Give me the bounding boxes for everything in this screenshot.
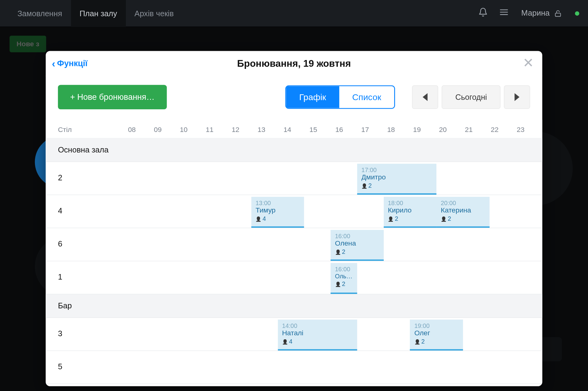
modal-toolbar: + Нове бронювання… Графік Список Сьогодн…	[46, 76, 542, 120]
reservation-guests: 2	[414, 338, 458, 345]
reservation-time: 17:00	[361, 166, 432, 173]
reservation-lane	[119, 351, 542, 384]
new-reservation-button[interactable]: + Нове бронювання…	[58, 85, 167, 109]
svg-rect-3	[555, 13, 560, 16]
reservation-guests: 4	[282, 338, 353, 345]
reservation-card[interactable]: 16:00Олена2	[330, 230, 383, 261]
table-label: 2	[46, 162, 119, 195]
current-user[interactable]: Марина	[521, 9, 562, 18]
reservation-name: Тимур	[255, 206, 300, 214]
close-icon[interactable]: ✕	[521, 55, 536, 71]
reservation-lane: 13:00Тимур418:00Кирило220:00Катерина2	[119, 195, 542, 228]
reservation-card[interactable]: 13:00Тимур4	[251, 197, 304, 228]
hour-header: 18	[378, 126, 404, 134]
table-row: 616:00Олена2	[46, 228, 542, 261]
hour-header: 11	[197, 126, 223, 134]
next-day-button[interactable]	[504, 85, 530, 109]
hour-header: 08	[119, 126, 145, 134]
reservation-card[interactable]: 18:00Кирило2	[383, 197, 436, 228]
time-header-row: Стіл 08091011121314151617181920212223	[46, 120, 542, 138]
reservation-guests: 2	[388, 215, 432, 222]
prev-day-button[interactable]	[412, 85, 438, 109]
reservation-time: 16:00	[335, 232, 379, 239]
zone-header: Бар	[46, 294, 542, 318]
reservation-time: 13:00	[255, 199, 300, 206]
menu-icon[interactable]	[493, 7, 514, 19]
lock-open-icon	[554, 9, 562, 17]
back-button[interactable]: ‹ Функції	[52, 58, 88, 69]
modal-title: Бронювання, 19 жовтня	[46, 58, 542, 69]
topbar-tab[interactable]: Замовлення	[9, 0, 71, 27]
hour-header: 10	[171, 126, 197, 134]
table-row: 5	[46, 351, 542, 384]
table-row: 217:00Дмитро2	[46, 162, 542, 195]
bell-icon[interactable]	[473, 7, 493, 19]
reservation-time: 18:00	[388, 199, 432, 206]
reservation-name: Оль…	[335, 273, 353, 280]
reservation-guests: 2	[361, 182, 432, 189]
reservation-name: Кирило	[388, 206, 432, 214]
table-row: 116:00Оль…2	[46, 261, 542, 294]
reservation-guests: 4	[255, 215, 300, 222]
reservation-card[interactable]: 19:00Олег2	[410, 320, 463, 351]
reservation-card[interactable]: 14:00Наталі4	[278, 320, 357, 351]
table-label: 4	[46, 195, 119, 228]
svg-marker-4	[423, 93, 428, 101]
table-label: 3	[46, 318, 119, 351]
reservation-time: 19:00	[414, 322, 458, 329]
hour-header: 19	[404, 126, 430, 134]
reservation-lane: 17:00Дмитро2	[119, 162, 542, 195]
reservation-name: Катерина	[441, 206, 485, 214]
hour-header: 23	[508, 126, 534, 134]
zone-header: Основна зала	[46, 138, 542, 162]
hour-header: 14	[274, 126, 300, 134]
table-row: 314:00Наталі419:00Олег2	[46, 318, 542, 351]
segment-graph[interactable]: Графік	[286, 86, 339, 108]
hour-header: 09	[145, 126, 171, 134]
modal-overlay: ‹ Функції Бронювання, 19 жовтня ✕ + Нове…	[0, 27, 588, 391]
reservation-grid: Основна зала217:00Дмитро2413:00Тимур418:…	[46, 138, 542, 386]
app-topbar: ЗамовленняПлан залуАрхів чеків Марина	[0, 0, 588, 27]
connection-status-dot	[575, 11, 579, 15]
reservation-name: Наталі	[282, 329, 353, 337]
date-navigator: Сьогодні	[412, 85, 530, 109]
hour-header: 21	[456, 126, 482, 134]
reservation-time: 16:00	[335, 265, 353, 273]
reservation-name: Олег	[414, 329, 458, 337]
reservation-name: Дмитро	[361, 173, 432, 181]
hour-header: 16	[326, 126, 352, 134]
reservation-lane: 14:00Наталі419:00Олег2	[119, 318, 542, 351]
table-label: 6	[46, 228, 119, 261]
reservation-card[interactable]: 17:00Дмитро2	[357, 164, 436, 195]
hour-header: 15	[300, 126, 326, 134]
table-row: 413:00Тимур418:00Кирило220:00Катерина2	[46, 195, 542, 228]
svg-marker-5	[514, 93, 519, 101]
segment-list[interactable]: Список	[339, 86, 394, 108]
reservation-time: 20:00	[441, 199, 485, 206]
triangle-right-icon	[514, 93, 520, 101]
chevron-left-icon: ‹	[52, 58, 55, 69]
hour-header: 12	[223, 126, 249, 134]
reservation-lane: 16:00Олена2	[119, 228, 542, 261]
reservation-card[interactable]: 16:00Оль…2	[330, 263, 357, 294]
table-label: 1	[46, 261, 119, 294]
topbar-tab[interactable]: План залу	[71, 0, 126, 27]
view-segment: Графік Список	[285, 85, 395, 109]
hour-header: 20	[430, 126, 456, 134]
triangle-left-icon	[422, 93, 428, 101]
back-label: Функції	[57, 58, 88, 68]
reservation-name: Олена	[335, 239, 379, 247]
modal-header: ‹ Функції Бронювання, 19 жовтня ✕	[46, 51, 542, 76]
hour-header: 13	[248, 126, 274, 134]
topbar-tab[interactable]: Архів чеків	[126, 0, 183, 27]
reservation-guests: 2	[335, 248, 379, 255]
today-button[interactable]: Сьогодні	[442, 85, 500, 109]
table-label: 5	[46, 351, 119, 384]
reservation-card[interactable]: 20:00Катерина2	[436, 197, 489, 228]
reservation-guests: 2	[335, 280, 353, 288]
hour-header: 17	[352, 126, 378, 134]
reservation-guests: 2	[441, 215, 485, 222]
table-column-header: Стіл	[58, 126, 119, 134]
hour-header: 22	[482, 126, 508, 134]
reservation-lane: 16:00Оль…2	[119, 261, 542, 294]
